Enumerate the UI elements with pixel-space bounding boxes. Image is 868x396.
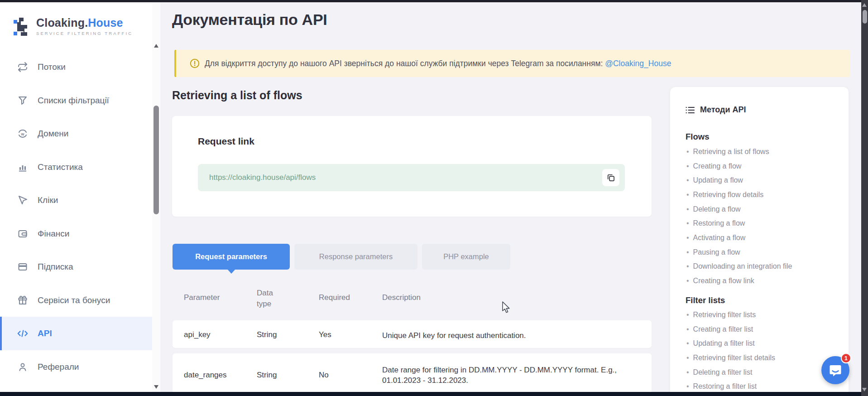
api-access-banner: Для відкриття доступу до нашого API звер… xyxy=(174,50,850,77)
method-link[interactable]: •Creating a filter list xyxy=(686,322,844,337)
statistics-icon xyxy=(17,161,29,173)
copy-url-button[interactable] xyxy=(602,169,619,186)
subscription-icon xyxy=(17,261,29,273)
method-link[interactable]: •Restoring a flow xyxy=(686,216,844,231)
sidebar-item-api[interactable]: API xyxy=(0,317,152,350)
sidebar-item-referrals[interactable]: Реферали xyxy=(0,350,152,384)
method-link[interactable]: •Retrieving flow details xyxy=(686,188,844,202)
sidebar-item-label: API xyxy=(38,328,52,338)
method-link[interactable]: •Deleting a flow xyxy=(686,202,844,217)
sidebar-item-finance[interactable]: Фінанси xyxy=(0,217,152,251)
chat-notification-badge: 1 xyxy=(841,353,851,363)
sidebar-item-label: Статистика xyxy=(38,162,83,172)
cloaking-house-logo-icon xyxy=(14,17,30,39)
group-heading-flows: Flows xyxy=(686,132,709,142)
warning-icon xyxy=(190,58,200,68)
sidebar-item-label: Списки фільтрації xyxy=(38,96,109,106)
api-documentation-page: { "colors": { "brand_blue": "#3b82e8", "… xyxy=(0,0,868,396)
sidebar-item-label: Реферали xyxy=(38,362,79,372)
page-title: Документація по API xyxy=(172,11,327,29)
cell-data-type: String xyxy=(257,330,277,339)
method-link[interactable]: •Updating a filter list xyxy=(686,336,844,351)
method-link[interactable]: •Creating a flow xyxy=(686,159,844,174)
cell-description: Unique API key for request authenticatio… xyxy=(382,330,627,341)
banner-text: Для відкриття доступу до нашого API звер… xyxy=(205,59,671,68)
sidebar-item-subscription[interactable]: Підписка xyxy=(0,250,152,284)
method-link[interactable]: •Downloading an integration file xyxy=(686,260,844,274)
sidebar-item-filter-lists[interactable]: Списки фільтрації xyxy=(0,84,152,117)
window-bottom-edge xyxy=(0,392,868,396)
finance-icon xyxy=(17,228,29,240)
chat-bubble-icon xyxy=(829,363,842,377)
method-link[interactable]: •Activating a flow xyxy=(686,231,844,245)
tab-response-parameters[interactable]: Response parameters xyxy=(294,244,417,270)
sidebar: Cloaking.House SERVICE FILTERING TRAFFIC… xyxy=(0,2,160,396)
sidebar-scroll-thumb[interactable] xyxy=(153,106,159,214)
column-header-data-type: Data type xyxy=(257,288,285,309)
method-link[interactable]: •Retrieving a list of flows xyxy=(686,145,844,159)
api-icon xyxy=(17,328,29,339)
tab-request-parameters[interactable]: Request parameters xyxy=(173,244,290,270)
flows-icon xyxy=(17,61,29,73)
window-top-edge xyxy=(0,0,868,2)
sidebar-item-label: Кліки xyxy=(38,195,58,205)
services-icon xyxy=(17,295,29,306)
column-header-required: Required xyxy=(319,293,350,302)
method-link[interactable]: •Updating a flow xyxy=(686,173,844,188)
active-tab-pointer xyxy=(227,269,235,274)
cell-parameter: api_key xyxy=(184,330,211,339)
table-row-date-ranges: date_ranges String No Date range for fil… xyxy=(173,353,652,394)
cell-required: No xyxy=(319,371,329,380)
column-header-description: Description xyxy=(382,293,421,302)
page-scroll-up-arrow[interactable] xyxy=(862,3,867,7)
request-url: https://cloaking.house/api/flows xyxy=(209,173,316,182)
sidebar-item-label: Підписка xyxy=(38,262,73,272)
sidebar-scroll-down-arrow[interactable] xyxy=(154,385,158,389)
cell-parameter: date_ranges xyxy=(184,371,227,380)
method-link[interactable]: •Retrieving filter lists xyxy=(686,308,844,322)
page-scroll-down-arrow[interactable] xyxy=(862,388,867,391)
methods-panel-header: Методи API xyxy=(686,105,746,115)
logo[interactable]: Cloaking.House SERVICE FILTERING TRAFFIC xyxy=(11,14,147,41)
logo-tagline: SERVICE FILTERING TRAFFIC xyxy=(36,31,133,36)
sidebar-scrollbar[interactable] xyxy=(152,2,160,396)
api-methods-panel: Методи API Flows •Retrieving a list of f… xyxy=(670,87,849,396)
cell-required: Yes xyxy=(319,330,331,339)
support-chat-button[interactable]: 1 xyxy=(821,356,849,384)
sidebar-item-label: Домени xyxy=(38,129,68,139)
flows-method-list: •Retrieving a list of flows •Creating a … xyxy=(686,145,844,288)
sidebar-item-label: Потоки xyxy=(38,62,66,72)
sidebar-item-services[interactable]: Сервіси та бонуси xyxy=(0,284,152,317)
group-heading-filter-lists: Filter lists xyxy=(686,295,725,305)
column-header-parameter: Parameter xyxy=(184,293,220,302)
domains-icon: w xyxy=(17,128,29,140)
request-url-field: https://cloaking.house/api/flows xyxy=(198,164,625,191)
request-link-card: Request link https://cloaking.house/api/… xyxy=(172,116,652,217)
telegram-link[interactable]: @Cloaking_House xyxy=(605,59,671,68)
referrals-icon xyxy=(17,361,29,373)
cell-description: Date range for filtering in DD.MM.YYYY -… xyxy=(382,365,627,386)
table-row-api-key: api_key String Yes Unique API key for re… xyxy=(173,320,652,348)
mouse-cursor xyxy=(502,301,512,315)
sidebar-item-label: Сервіси та бонуси xyxy=(38,295,110,305)
filter-lists-icon xyxy=(17,95,29,106)
sidebar-item-statistics[interactable]: Статистика xyxy=(0,150,152,184)
sidebar-item-flows[interactable]: Потоки xyxy=(0,50,152,84)
method-link[interactable]: •Deleting a filter list xyxy=(686,365,844,380)
methods-panel-title: Методи API xyxy=(700,105,746,115)
list-icon xyxy=(686,106,695,114)
method-link[interactable]: •Creating a flow link xyxy=(686,274,844,288)
sidebar-item-clicks[interactable]: Кліки xyxy=(0,184,152,217)
sidebar-item-label: Фінанси xyxy=(38,229,69,239)
request-link-title: Request link xyxy=(198,136,254,147)
sidebar-item-domains[interactable]: w Домени xyxy=(0,117,152,150)
sidebar-scroll-up-arrow[interactable] xyxy=(154,44,158,48)
tab-php-example[interactable]: PHP example xyxy=(422,244,510,270)
page-scroll-thumb[interactable] xyxy=(863,10,867,24)
clicks-icon xyxy=(17,194,29,206)
method-link[interactable]: •Pausing a flow xyxy=(686,245,844,260)
page-scrollbar[interactable] xyxy=(861,0,868,396)
method-link[interactable]: •Retrieving filter list details xyxy=(686,351,844,365)
copy-icon xyxy=(606,173,615,182)
filter-lists-method-list: •Retrieving filter lists •Creating a fil… xyxy=(686,308,844,394)
